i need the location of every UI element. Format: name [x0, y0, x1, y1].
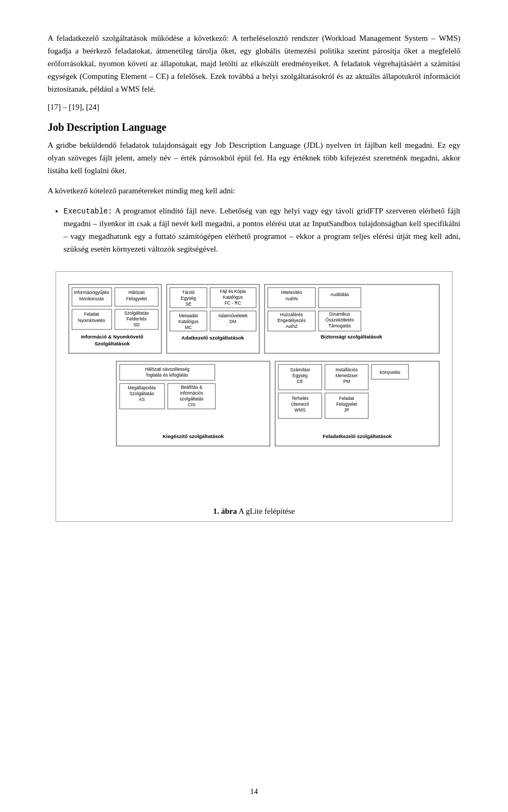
- svg-text:Terhelés: Terhelés: [292, 396, 309, 401]
- page: A feladatkezelő szolgáltatások működése …: [0, 0, 508, 812]
- svg-rect-37: [319, 288, 361, 308]
- svg-text:Hozzáférés: Hozzáférés: [280, 312, 303, 317]
- svg-text:Biztonsági szolgáltatások: Biztonsági szolgáltatások: [321, 334, 383, 340]
- svg-text:Adatműveletek: Adatműveletek: [218, 313, 248, 318]
- svg-text:Feladatkezelő szolgáltatások: Feladatkezelő szolgáltatások: [323, 433, 392, 439]
- svg-text:Ütemező: Ütemező: [291, 401, 309, 407]
- figure-caption-bold: 1. ábra: [213, 507, 237, 515]
- svg-text:Katalógus: Katalógus: [178, 319, 198, 324]
- svg-text:PM: PM: [343, 379, 350, 384]
- svg-text:Hitelesítés: Hitelesítés: [281, 290, 302, 295]
- svg-text:szolgáltatás: szolgáltatás: [180, 396, 204, 401]
- svg-text:Adatkezelő szolgáltatások: Adatkezelő szolgáltatások: [182, 335, 244, 341]
- svg-text:foglalás és lefoglalás: foglalás és lefoglalás: [147, 372, 188, 378]
- intro-paragraph: A feladatkezelő szolgáltatások működése …: [48, 32, 460, 95]
- svg-text:Fájl és Kópia: Fájl és Kópia: [220, 289, 246, 294]
- svg-text:Egység: Egység: [181, 296, 196, 301]
- svg-text:SD: SD: [133, 322, 140, 327]
- section-security: Hitelesítés AuthN Auditálás Hozzáférés E…: [265, 284, 439, 353]
- section-info-tracking: Információgyűjtés Monitorozás Hálózati F…: [69, 284, 161, 353]
- svg-text:CIS: CIS: [188, 402, 196, 407]
- svg-text:Metaadat: Metaadat: [179, 313, 198, 318]
- list-item: Executable: A programot elindító fájl ne…: [64, 204, 460, 255]
- bullet-list: Executable: A programot elindító fájl ne…: [64, 204, 460, 255]
- svg-text:Támogatás: Támogatás: [329, 323, 351, 328]
- references: [17] – [19], [24]: [48, 103, 460, 112]
- svg-text:Szolgáltatás: Szolgáltatás: [130, 391, 154, 396]
- svg-text:Könyvelés: Könyvelés: [379, 370, 400, 375]
- svg-text:FC - RC: FC - RC: [224, 300, 241, 306]
- svg-text:Egység: Egység: [293, 373, 308, 378]
- section-para-1: A gridbe beküldendő feladatok tulajdonsá…: [48, 139, 460, 177]
- svg-text:Felügyelet: Felügyelet: [336, 401, 357, 407]
- svg-text:Számítási: Számítási: [290, 367, 310, 372]
- page-number: 14: [0, 787, 508, 796]
- svg-text:Feladat: Feladat: [84, 311, 99, 317]
- svg-text:Dinamikus: Dinamikus: [329, 311, 350, 317]
- svg-text:SE: SE: [185, 301, 192, 307]
- figure-container: Információgyűjtés Monitorozás Hálózati F…: [56, 271, 452, 522]
- svg-text:Auditálás: Auditálás: [331, 292, 349, 297]
- svg-text:Menedzser: Menedzser: [335, 373, 358, 378]
- svg-text:Katalógus: Katalógus: [223, 295, 243, 300]
- section-supplementary: Hálózati sávszélesség foglalás és lefogl…: [116, 361, 270, 446]
- svg-text:Installációs: Installációs: [335, 367, 358, 372]
- svg-text:Felügyelet: Felügyelet: [126, 296, 147, 301]
- figure-caption-rest: A gLite felépítése: [237, 507, 295, 515]
- svg-text:Engedélyezés: Engedélyezés: [277, 318, 305, 323]
- svg-text:Beállítás &: Beállítás &: [181, 385, 203, 390]
- svg-text:Kiegészítő szolgáltatások: Kiegészítő szolgáltatások: [162, 433, 224, 439]
- svg-text:Hálózati sávszélesség: Hálózati sávszélesség: [145, 367, 189, 372]
- svg-text:Feladat: Feladat: [339, 396, 355, 401]
- svg-text:Tároló: Tároló: [182, 290, 195, 295]
- figure-caption: 1. ábra A gLite felépítése: [61, 507, 447, 516]
- svg-text:Szolgáltatások: Szolgáltatások: [95, 341, 130, 346]
- section-heading: Job Description Language: [48, 121, 460, 133]
- section-task-management: Számítási Egység CE Installációs Menedzs…: [275, 361, 439, 446]
- svg-text:MC: MC: [185, 325, 192, 330]
- svg-text:Információ & Nyomkövető: Információ & Nyomkövető: [81, 334, 143, 340]
- svg-text:Megállapodás: Megállapodás: [128, 385, 156, 390]
- section-data-management: Tároló Egység SE Fájl és Kópia Katalógus…: [167, 284, 259, 353]
- svg-text:DM: DM: [229, 319, 236, 324]
- svg-text:AS: AS: [139, 397, 145, 402]
- bullet-code: Executable:: [64, 207, 112, 216]
- svg-text:Monitorozás: Monitorozás: [79, 296, 104, 301]
- svg-text:AuthN: AuthN: [285, 296, 298, 301]
- svg-text:Felderítés: Felderítés: [126, 316, 147, 322]
- svg-text:Információs: Információs: [180, 390, 203, 396]
- bullet-text: A programot elindító fájl neve. Lehetősé…: [64, 207, 460, 253]
- section-para-2: A következő kötelező paramétereket mindi…: [48, 184, 460, 197]
- svg-text:JP: JP: [344, 407, 349, 413]
- svg-text:CE: CE: [297, 379, 303, 384]
- svg-text:Hálózati: Hálózati: [129, 290, 145, 295]
- svg-text:Összeköttetés: Összeköttetés: [325, 317, 354, 323]
- svg-text:AuthZ: AuthZ: [286, 324, 298, 329]
- svg-text:WMS: WMS: [295, 407, 306, 413]
- svg-text:Információgyűjtés: Információgyűjtés: [74, 290, 110, 295]
- svg-text:Nyomkövetés: Nyomkövetés: [78, 318, 105, 323]
- diagram-svg: Információgyűjtés Monitorozás Hálózati F…: [64, 279, 444, 502]
- svg-text:Szolgáltatás: Szolgáltatás: [124, 310, 149, 316]
